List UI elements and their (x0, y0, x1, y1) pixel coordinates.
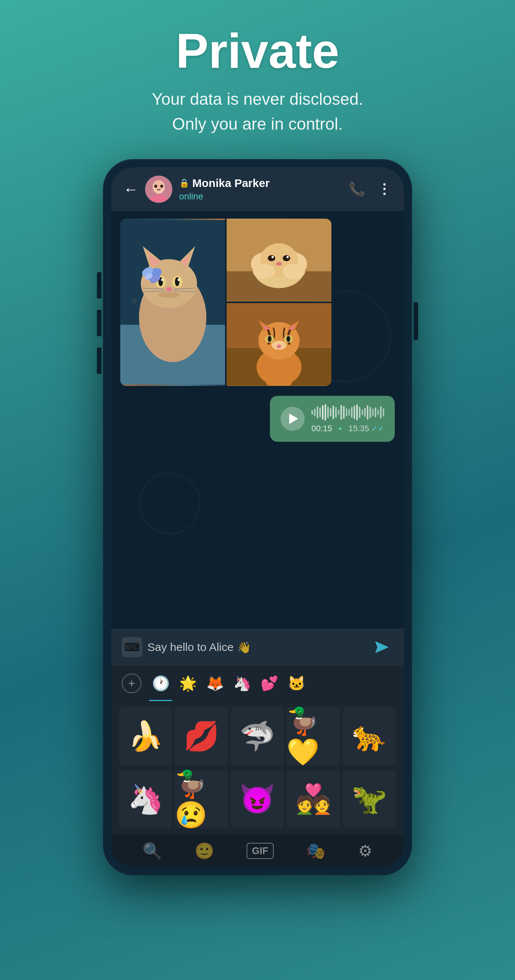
sticker-haha[interactable]: 😈 (231, 770, 284, 829)
svg-point-22 (178, 278, 180, 281)
tab-recent[interactable]: 🕐 (149, 672, 172, 695)
more-options-icon[interactable]: ⋮ (377, 181, 392, 197)
image-grid-message: 🐱 (120, 219, 332, 386)
svg-point-42 (271, 256, 274, 258)
chat-header: ← 🔒 (111, 167, 404, 211)
svg-point-7 (139, 473, 200, 534)
message-input-display[interactable]: Say hello to Alice 👋 (147, 641, 365, 654)
sticker-sad-duck[interactable]: 🦆😢 (175, 770, 228, 829)
contact-info: 🔒 Monika Parker online (179, 177, 341, 202)
header-section: Private Your data is never disclosed. On… (114, 0, 401, 151)
svg-point-41 (283, 255, 290, 261)
input-text: Say hello to Alice (147, 641, 233, 654)
svg-rect-62 (281, 374, 292, 386)
contact-status: online (179, 191, 341, 202)
svg-point-4 (154, 185, 157, 188)
svg-text:🐱: 🐱 (132, 298, 137, 304)
add-sticker-button[interactable]: + (122, 674, 141, 693)
svg-point-45 (253, 264, 276, 279)
tab-sticker-3[interactable]: 🦄 (230, 672, 254, 695)
svg-rect-61 (266, 374, 277, 386)
image-hamster[interactable] (226, 219, 332, 302)
svg-point-12 (141, 259, 197, 308)
emoji-icon[interactable]: 🙂 (195, 842, 214, 860)
gif-button[interactable]: GIF (247, 843, 273, 859)
sticker-couple[interactable]: 💑 (287, 770, 340, 829)
voice-waveform-area: 00:15 ● 15:35 ✓✓ (311, 404, 384, 433)
sticker-shark[interactable]: 🦈 (231, 707, 284, 765)
lock-icon: 🔒 (179, 178, 189, 188)
sticker-grid-row2: 🦄 🦆😢 😈 💑 🦖 (111, 768, 404, 835)
sticker-dino[interactable]: 🦖 (343, 770, 396, 829)
phone-screen: ← 🔒 (111, 167, 404, 867)
tab-sticker-4[interactable]: 💕 (257, 672, 281, 695)
svg-point-58 (287, 336, 290, 342)
svg-point-32 (158, 292, 180, 298)
sticker-icon[interactable]: 🎭 (306, 842, 326, 860)
sticker-duck[interactable]: 🦆💛 (287, 707, 340, 765)
sticker-kiss[interactable]: 💋 (175, 707, 228, 765)
sticker-banana[interactable]: 🍌 (119, 707, 172, 765)
voice-duration: 00:15 (311, 424, 332, 433)
phone-outer: ← 🔒 (103, 159, 412, 875)
play-button[interactable] (281, 407, 305, 431)
svg-marker-63 (375, 641, 389, 653)
svg-point-60 (277, 345, 281, 348)
keyboard-toggle[interactable]: ⌨ (122, 637, 142, 657)
voice-message: 00:15 ● 15:35 ✓✓ (270, 396, 395, 442)
send-button[interactable] (371, 636, 393, 659)
svg-point-40 (268, 255, 275, 261)
tab-sticker-1[interactable]: 🌟 (176, 672, 199, 695)
gif-label: GIF (252, 845, 268, 856)
bottom-bar: 🔍 🙂 GIF 🎭 ⚙ (111, 835, 404, 867)
check-marks: ✓✓ (372, 424, 384, 433)
keyboard-icon: ⌨ (124, 641, 139, 654)
sticker-leopard[interactable]: 🐆 (343, 707, 396, 765)
avatar (145, 176, 172, 203)
svg-point-46 (283, 264, 305, 279)
call-icon[interactable]: 📞 (348, 181, 365, 197)
voice-timestamp: 15:35 (348, 424, 369, 433)
wave-emoji: 👋 (237, 641, 251, 654)
sticker-grid-row1: 🍌 💋 🦈 🦆💛 🐆 (111, 701, 404, 768)
subtitle: Your data is never disclosed. Only you a… (152, 87, 364, 137)
contact-name-row: 🔒 Monika Parker (179, 177, 341, 189)
svg-point-21 (161, 278, 163, 281)
page-title: Private (152, 26, 364, 75)
search-icon[interactable]: 🔍 (142, 842, 162, 860)
svg-point-57 (268, 336, 271, 342)
page-wrapper: Private Your data is never disclosed. On… (0, 0, 515, 980)
tab-sticker-2[interactable]: 🦊 (203, 672, 226, 695)
image-cat[interactable]: 🐱 (120, 219, 225, 386)
svg-point-20 (175, 277, 179, 286)
tab-sticker-5[interactable]: 🐱 (285, 672, 308, 695)
contact-name[interactable]: Monika Parker (192, 177, 269, 189)
header-actions: 📞 ⋮ (348, 181, 392, 197)
sticker-unicorn[interactable]: 🦄 (119, 770, 172, 829)
svg-point-5 (160, 185, 163, 188)
image-tiger[interactable] (226, 303, 332, 386)
chat-body: 🐱 (111, 211, 404, 629)
sticker-tab-bar: + 🕐 🌟 🦊 🦄 💕 🐱 (111, 665, 404, 701)
input-area: ⌨ Say hello to Alice 👋 (111, 629, 404, 665)
settings-icon[interactable]: ⚙ (358, 842, 373, 860)
svg-point-44 (276, 262, 282, 266)
svg-point-23 (166, 287, 172, 291)
back-button[interactable]: ← (123, 181, 139, 198)
svg-point-43 (287, 256, 289, 258)
